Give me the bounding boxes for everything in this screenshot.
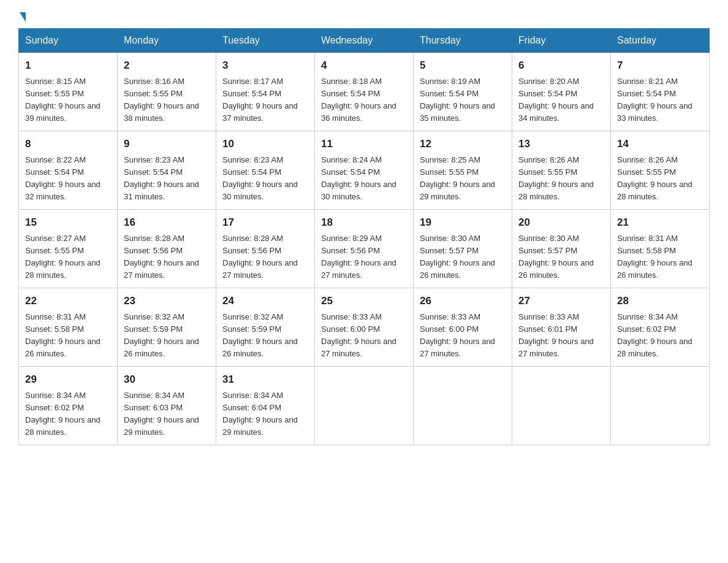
day-number: 28	[617, 293, 703, 309]
calendar-cell: 9Sunrise: 8:23 AMSunset: 5:54 PMDaylight…	[118, 131, 216, 210]
calendar-cell: 1Sunrise: 8:15 AMSunset: 5:55 PMDaylight…	[19, 53, 118, 131]
day-info: Sunrise: 8:33 AMSunset: 6:00 PMDaylight:…	[321, 312, 396, 358]
calendar-week-row: 15Sunrise: 8:27 AMSunset: 5:55 PMDayligh…	[19, 210, 710, 288]
day-number: 7	[617, 58, 703, 74]
day-info: Sunrise: 8:28 AMSunset: 5:56 PMDaylight:…	[124, 234, 199, 280]
day-info: Sunrise: 8:30 AMSunset: 5:57 PMDaylight:…	[420, 234, 495, 280]
day-info: Sunrise: 8:18 AMSunset: 5:54 PMDaylight:…	[321, 77, 396, 123]
day-number: 20	[518, 215, 604, 231]
day-number: 14	[617, 136, 703, 152]
day-info: Sunrise: 8:17 AMSunset: 5:54 PMDaylight:…	[222, 77, 298, 123]
calendar-cell: 14Sunrise: 8:26 AMSunset: 5:55 PMDayligh…	[611, 131, 710, 210]
calendar-cell: 10Sunrise: 8:23 AMSunset: 5:54 PMDayligh…	[216, 131, 315, 210]
calendar-cell: 7Sunrise: 8:21 AMSunset: 5:54 PMDaylight…	[611, 53, 710, 131]
day-number: 13	[518, 136, 604, 152]
day-number: 15	[25, 215, 111, 231]
day-number: 10	[222, 136, 308, 152]
column-header-sunday: Sunday	[19, 29, 118, 53]
day-number: 6	[518, 58, 604, 74]
calendar-cell: 17Sunrise: 8:28 AMSunset: 5:56 PMDayligh…	[216, 210, 315, 288]
day-number: 30	[124, 372, 210, 388]
day-number: 26	[420, 293, 506, 309]
day-info: Sunrise: 8:34 AMSunset: 6:04 PMDaylight:…	[222, 391, 298, 437]
day-number: 16	[124, 215, 210, 231]
day-number: 24	[222, 293, 308, 309]
calendar-cell: 18Sunrise: 8:29 AMSunset: 5:56 PMDayligh…	[315, 210, 414, 288]
day-info: Sunrise: 8:23 AMSunset: 5:54 PMDaylight:…	[124, 155, 199, 201]
column-header-wednesday: Wednesday	[315, 29, 414, 53]
calendar-cell: 30Sunrise: 8:34 AMSunset: 6:03 PMDayligh…	[118, 367, 216, 445]
calendar-cell: 31Sunrise: 8:34 AMSunset: 6:04 PMDayligh…	[216, 367, 315, 445]
calendar-cell: 2Sunrise: 8:16 AMSunset: 5:55 PMDaylight…	[118, 53, 216, 131]
day-info: Sunrise: 8:34 AMSunset: 6:03 PMDaylight:…	[124, 391, 199, 437]
day-info: Sunrise: 8:27 AMSunset: 5:55 PMDaylight:…	[25, 234, 100, 280]
day-info: Sunrise: 8:16 AMSunset: 5:55 PMDaylight:…	[124, 77, 199, 123]
day-number: 17	[222, 215, 308, 231]
day-info: Sunrise: 8:25 AMSunset: 5:55 PMDaylight:…	[420, 155, 495, 201]
day-info: Sunrise: 8:19 AMSunset: 5:54 PMDaylight:…	[420, 77, 495, 123]
logo-triangle-icon	[20, 12, 26, 22]
day-number: 25	[321, 293, 407, 309]
calendar-cell: 28Sunrise: 8:34 AMSunset: 6:02 PMDayligh…	[611, 288, 710, 367]
day-info: Sunrise: 8:31 AMSunset: 5:58 PMDaylight:…	[617, 234, 692, 280]
column-header-thursday: Thursday	[414, 29, 512, 53]
calendar-cell: 29Sunrise: 8:34 AMSunset: 6:02 PMDayligh…	[19, 367, 118, 445]
day-number: 27	[518, 293, 604, 309]
calendar-cell: 19Sunrise: 8:30 AMSunset: 5:57 PMDayligh…	[414, 210, 512, 288]
calendar-cell	[414, 367, 512, 445]
day-info: Sunrise: 8:24 AMSunset: 5:54 PMDaylight:…	[321, 155, 396, 201]
day-number: 2	[124, 58, 210, 74]
calendar-cell: 4Sunrise: 8:18 AMSunset: 5:54 PMDaylight…	[315, 53, 414, 131]
calendar-cell: 22Sunrise: 8:31 AMSunset: 5:58 PMDayligh…	[19, 288, 118, 367]
calendar-cell: 5Sunrise: 8:19 AMSunset: 5:54 PMDaylight…	[414, 53, 512, 131]
day-number: 19	[420, 215, 506, 231]
day-number: 29	[25, 372, 111, 388]
day-number: 12	[420, 136, 506, 152]
day-number: 8	[25, 136, 111, 152]
calendar-cell: 25Sunrise: 8:33 AMSunset: 6:00 PMDayligh…	[315, 288, 414, 367]
day-number: 11	[321, 136, 407, 152]
calendar-cell	[512, 367, 611, 445]
column-header-friday: Friday	[512, 29, 611, 53]
calendar-week-row: 29Sunrise: 8:34 AMSunset: 6:02 PMDayligh…	[19, 367, 710, 445]
calendar-header-row: SundayMondayTuesdayWednesdayThursdayFrid…	[19, 29, 710, 53]
day-number: 3	[222, 58, 308, 74]
calendar-cell: 23Sunrise: 8:32 AMSunset: 5:59 PMDayligh…	[118, 288, 216, 367]
calendar-cell: 13Sunrise: 8:26 AMSunset: 5:55 PMDayligh…	[512, 131, 611, 210]
day-info: Sunrise: 8:33 AMSunset: 6:00 PMDaylight:…	[420, 312, 495, 358]
calendar-cell: 26Sunrise: 8:33 AMSunset: 6:00 PMDayligh…	[414, 288, 512, 367]
logo	[18, 12, 26, 22]
day-info: Sunrise: 8:23 AMSunset: 5:54 PMDaylight:…	[222, 155, 298, 201]
day-info: Sunrise: 8:26 AMSunset: 5:55 PMDaylight:…	[518, 155, 594, 201]
day-info: Sunrise: 8:34 AMSunset: 6:02 PMDaylight:…	[25, 391, 100, 437]
column-header-saturday: Saturday	[611, 29, 710, 53]
calendar-cell: 27Sunrise: 8:33 AMSunset: 6:01 PMDayligh…	[512, 288, 611, 367]
day-info: Sunrise: 8:22 AMSunset: 5:54 PMDaylight:…	[25, 155, 100, 201]
day-number: 9	[124, 136, 210, 152]
column-header-monday: Monday	[118, 29, 216, 53]
day-number: 5	[420, 58, 506, 74]
calendar-cell	[611, 367, 710, 445]
day-info: Sunrise: 8:29 AMSunset: 5:56 PMDaylight:…	[321, 234, 396, 280]
day-info: Sunrise: 8:31 AMSunset: 5:58 PMDaylight:…	[25, 312, 100, 358]
calendar-week-row: 22Sunrise: 8:31 AMSunset: 5:58 PMDayligh…	[19, 288, 710, 367]
day-info: Sunrise: 8:26 AMSunset: 5:55 PMDaylight:…	[617, 155, 692, 201]
calendar-cell: 12Sunrise: 8:25 AMSunset: 5:55 PMDayligh…	[414, 131, 512, 210]
day-number: 23	[124, 293, 210, 309]
calendar-week-row: 1Sunrise: 8:15 AMSunset: 5:55 PMDaylight…	[19, 53, 710, 131]
day-number: 22	[25, 293, 111, 309]
calendar-week-row: 8Sunrise: 8:22 AMSunset: 5:54 PMDaylight…	[19, 131, 710, 210]
calendar-cell: 15Sunrise: 8:27 AMSunset: 5:55 PMDayligh…	[19, 210, 118, 288]
day-info: Sunrise: 8:34 AMSunset: 6:02 PMDaylight:…	[617, 312, 692, 358]
day-number: 21	[617, 215, 703, 231]
calendar-cell: 6Sunrise: 8:20 AMSunset: 5:54 PMDaylight…	[512, 53, 611, 131]
day-info: Sunrise: 8:33 AMSunset: 6:01 PMDaylight:…	[518, 312, 594, 358]
calendar-cell: 11Sunrise: 8:24 AMSunset: 5:54 PMDayligh…	[315, 131, 414, 210]
day-info: Sunrise: 8:15 AMSunset: 5:55 PMDaylight:…	[25, 77, 100, 123]
calendar-cell: 16Sunrise: 8:28 AMSunset: 5:56 PMDayligh…	[118, 210, 216, 288]
column-header-tuesday: Tuesday	[216, 29, 315, 53]
page-header	[18, 12, 710, 22]
day-info: Sunrise: 8:30 AMSunset: 5:57 PMDaylight:…	[518, 234, 594, 280]
day-info: Sunrise: 8:21 AMSunset: 5:54 PMDaylight:…	[617, 77, 692, 123]
day-info: Sunrise: 8:32 AMSunset: 5:59 PMDaylight:…	[222, 312, 298, 358]
